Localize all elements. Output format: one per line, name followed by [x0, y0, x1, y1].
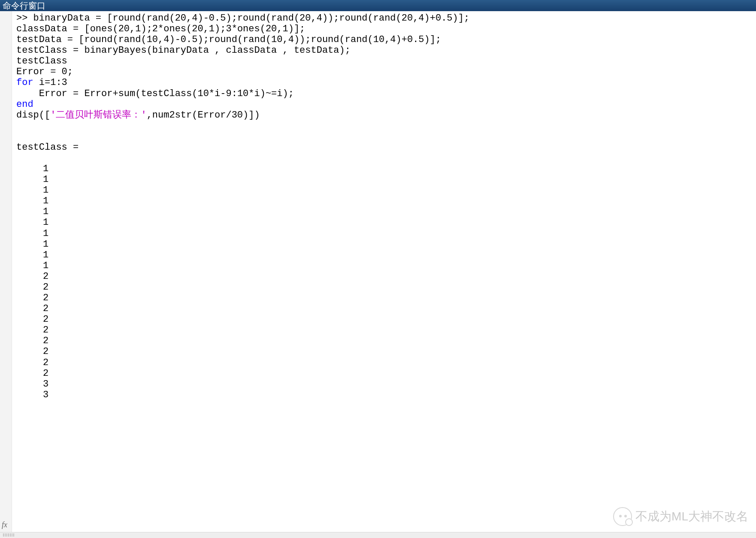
drag-handle-icon[interactable]: [3, 533, 15, 537]
output-value: 1: [16, 250, 48, 260]
output-value: 2: [16, 346, 48, 357]
output-value: 2: [16, 271, 48, 282]
keyword-for: for: [16, 77, 33, 88]
output-value: 2: [16, 357, 48, 368]
output-value: 1: [16, 174, 48, 185]
code-line-8: Error = Error+sum(testClass(10*i-9:10*i)…: [16, 88, 294, 99]
output-value: 3: [16, 390, 48, 400]
code-line-1: >> binaryData = [round(rand(20,4)-0.5);r…: [16, 13, 469, 24]
fx-icon[interactable]: fx: [2, 520, 7, 529]
keyword-end: end: [16, 99, 33, 110]
output-value: 1: [16, 228, 48, 239]
gutter: fx: [0, 11, 12, 532]
output-value: 2: [16, 293, 48, 303]
output-header: testClass =: [16, 142, 79, 153]
code-line-4: testClass = binaryBayes(binaryData , cla…: [16, 45, 351, 56]
code-line-7-rest: i=1:3: [33, 77, 67, 88]
output-value: 2: [16, 325, 48, 335]
output-value: 1: [16, 217, 48, 228]
output-value: 2: [16, 368, 48, 379]
content-row: fx >> binaryData = [round(rand(20,4)-0.5…: [0, 11, 756, 532]
code-line-2: classData = [ones(20,1);2*ones(20,1);3*o…: [16, 24, 305, 34]
output-value: 2: [16, 282, 48, 293]
output-value: 1: [16, 196, 48, 206]
output-value: 3: [16, 379, 48, 390]
code-line-6: Error = 0;: [16, 66, 73, 77]
output-value: 1: [16, 206, 48, 217]
code-line-3: testData = [round(rand(10,4)-0.5);round(…: [16, 34, 441, 45]
code-area[interactable]: >> binaryData = [round(rand(20,4)-0.5);r…: [12, 11, 756, 532]
command-window: 命令行窗口 fx >> binaryData = [round(rand(20,…: [0, 0, 756, 538]
output-value: 1: [16, 163, 48, 174]
output-value: 2: [16, 335, 48, 346]
code-line-10a: disp([: [16, 110, 50, 121]
output-value: 2: [16, 303, 48, 314]
output-value: 1: [16, 260, 48, 271]
window-title: 命令行窗口: [0, 0, 756, 11]
output-value: 1: [16, 185, 48, 196]
output-value: 2: [16, 314, 48, 325]
output-value: 1: [16, 239, 48, 250]
code-line-5: testClass: [16, 56, 67, 66]
code-line-10b: ,num2str(Error/30)]): [147, 110, 260, 121]
status-strip: [0, 532, 756, 538]
string-literal: '二值贝叶斯错误率：': [50, 110, 146, 121]
